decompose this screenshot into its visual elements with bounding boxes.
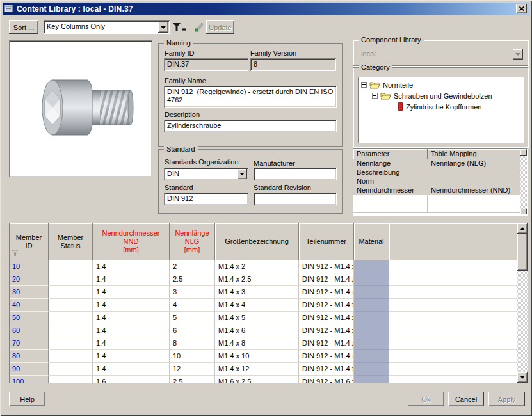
member-id-cell[interactable]: 100: [10, 376, 49, 383]
component-library-arrow[interactable]: [513, 49, 523, 60]
part-number-cell[interactable]: DIN 912 - M1.4 x: [299, 299, 354, 312]
member-status-cell[interactable]: [49, 363, 93, 376]
apply-button[interactable]: Apply: [488, 392, 525, 406]
nnd-cell[interactable]: 1.4: [93, 337, 170, 350]
nlg-cell[interactable]: 5: [170, 312, 215, 324]
member-id-cell[interactable]: 60: [10, 324, 49, 337]
member-status-cell[interactable]: [49, 350, 93, 363]
nlg-cell[interactable]: 3: [170, 286, 215, 299]
collapse-icon[interactable]: [361, 82, 367, 88]
parameter-column-header[interactable]: Parameter: [353, 149, 428, 159]
member-table-row[interactable]: 90 1.4 12 M1.4 x 12 DIN 912 - M1.4 x: [10, 363, 517, 376]
part-number-cell[interactable]: DIN 912 - M1.4 x: [299, 260, 354, 273]
material-cell[interactable]: [354, 286, 389, 299]
size-cell[interactable]: M1.4 x 4: [215, 299, 299, 312]
parameter-row-empty[interactable]: [353, 204, 527, 213]
component-library-combo[interactable]: local: [358, 48, 524, 61]
family-id-field[interactable]: DIN.37: [164, 58, 248, 71]
nnd-cell[interactable]: 1.4: [93, 260, 170, 273]
material-cell[interactable]: [354, 299, 389, 312]
part-number-column-header[interactable]: Teilenummer: [299, 223, 354, 260]
family-version-field[interactable]: 8: [250, 58, 336, 71]
nnd-cell[interactable]: 1.4: [93, 312, 170, 324]
nlg-cell[interactable]: 2.5: [170, 273, 215, 286]
material-cell[interactable]: [354, 324, 389, 337]
part-number-cell[interactable]: DIN 912 - M1.4 x: [299, 312, 354, 324]
standards-organization-arrow[interactable]: [237, 169, 247, 179]
member-id-cell[interactable]: 80: [10, 350, 49, 363]
nlg-cell[interactable]: 4: [170, 299, 215, 312]
tree-item-schrauben[interactable]: Schrauben und Gewindebolzen: [372, 90, 492, 101]
size-cell[interactable]: M1.4 x 10: [215, 350, 299, 363]
member-status-cell[interactable]: [49, 324, 93, 337]
member-id-cell[interactable]: 50: [10, 312, 49, 324]
nnd-cell[interactable]: 1.4: [93, 286, 170, 299]
member-id-cell[interactable]: 30: [10, 286, 49, 299]
member-table-row[interactable]: 40 1.4 4 M1.4 x 4 DIN 912 - M1.4 x: [10, 299, 517, 312]
update-button[interactable]: Update: [206, 20, 234, 34]
material-cell[interactable]: [354, 376, 389, 383]
material-cell[interactable]: [354, 273, 389, 286]
size-cell[interactable]: M1.4 x 8: [215, 337, 299, 350]
member-table-row[interactable]: 60 1.4 6 M1.4 x 6 DIN 912 - M1.4 x: [10, 324, 517, 337]
nlg-cell[interactable]: 2: [170, 260, 215, 273]
member-status-cell[interactable]: [49, 337, 93, 350]
nnd-cell[interactable]: 1.4: [93, 324, 170, 337]
part-number-cell[interactable]: DIN 912 - M1.4 x: [299, 286, 354, 299]
material-cell[interactable]: [354, 363, 389, 376]
member-id-cell[interactable]: 10: [10, 260, 49, 273]
size-cell[interactable]: M1.6 x 2.5: [215, 376, 299, 383]
part-number-cell[interactable]: DIN 912 - M1.4 x: [299, 273, 354, 286]
member-table-row[interactable]: 100 1.6 2.5 M1.6 x 2.5 DIN 912 - M1.6 x: [10, 376, 517, 383]
member-table-row[interactable]: 10 1.4 2 M1.4 x 2 DIN 912 - M1.4 x: [10, 260, 517, 273]
member-status-cell[interactable]: [49, 376, 93, 383]
scroll-down-button[interactable]: [517, 372, 528, 383]
member-id-cell[interactable]: 90: [10, 363, 49, 376]
standard-field[interactable]: DIN 912: [164, 193, 248, 205]
size-cell[interactable]: M1.4 x 3: [215, 286, 299, 299]
ok-button[interactable]: Ok: [408, 392, 444, 406]
part-number-cell[interactable]: DIN 912 - M1.6 x: [299, 376, 354, 383]
material-cell[interactable]: [354, 260, 389, 273]
column-view-combo-arrow[interactable]: [158, 22, 168, 33]
column-view-combo[interactable]: Key Columns Only: [44, 20, 170, 34]
nnd-cell[interactable]: 1.4: [93, 299, 170, 312]
member-status-cell[interactable]: [49, 273, 93, 286]
table-mapping-column-header[interactable]: Table Mapping: [428, 149, 527, 159]
material-cell[interactable]: [354, 312, 389, 324]
nlg-cell[interactable]: 12: [170, 363, 215, 376]
material-cell[interactable]: [354, 350, 389, 363]
member-status-cell[interactable]: [49, 260, 93, 273]
sort-button[interactable]: Sort ...: [9, 20, 38, 34]
member-table-row[interactable]: 80 1.4 10 M1.4 x 10 DIN 912 - M1.4 x: [10, 350, 517, 363]
part-number-cell[interactable]: DIN 912 - M1.4 x: [299, 350, 354, 363]
size-cell[interactable]: M1.4 x 6: [215, 324, 299, 337]
size-cell[interactable]: M1.4 x 5: [215, 312, 299, 324]
parameter-row[interactable]: Nenndurchmesser Nenndurchmesser (NND): [353, 186, 527, 195]
nnd-column-header[interactable]: Nenndurchmesser NND [mm]: [93, 223, 170, 260]
nnd-cell[interactable]: 1.4: [93, 350, 170, 363]
collapse-icon[interactable]: [372, 93, 378, 99]
parameter-row[interactable]: Beschreibung: [353, 168, 527, 177]
nlg-cell[interactable]: 2.5: [170, 376, 215, 383]
member-id-cell[interactable]: 20: [10, 273, 49, 286]
scrollbar-thumb[interactable]: [517, 234, 528, 271]
family-name-field[interactable]: DIN 912 (Regelgewinde) - ersetzt durch D…: [164, 86, 337, 108]
column-view-combo-value[interactable]: Key Columns Only: [44, 20, 170, 34]
member-id-cell[interactable]: 70: [10, 337, 49, 350]
member-status-cell[interactable]: [49, 286, 93, 299]
member-id-column-header[interactable]: Member ID: [10, 223, 49, 260]
filter-button[interactable]: [172, 22, 187, 33]
nnd-cell[interactable]: 1.6: [93, 376, 170, 383]
material-column-header[interactable]: Material: [354, 223, 389, 260]
parameter-row[interactable]: Nennlänge Nennlänge (NLG): [353, 159, 527, 168]
material-cell[interactable]: [354, 337, 389, 350]
part-number-cell[interactable]: DIN 912 - M1.4 x: [299, 337, 354, 350]
parameter-row[interactable]: Norm: [353, 177, 527, 186]
member-table-row[interactable]: 70 1.4 8 M1.4 x 8 DIN 912 - M1.4 x: [10, 337, 517, 350]
size-cell[interactable]: M1.4 x 2: [215, 260, 299, 273]
size-column-header[interactable]: Größenbezeichnung: [215, 223, 299, 260]
scroll-down-button[interactable]: [520, 209, 527, 214]
member-table-row[interactable]: 20 1.4 2.5 M1.4 x 2.5 DIN 912 - M1.4 x: [10, 273, 517, 286]
scroll-up-button[interactable]: [517, 223, 528, 234]
